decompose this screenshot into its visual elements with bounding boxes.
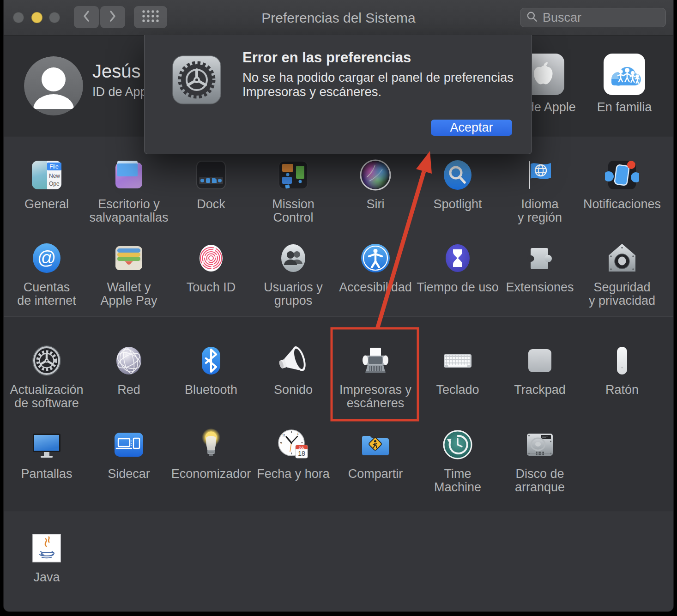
svg-text:@: @ — [37, 248, 56, 268]
svg-text:Ope: Ope — [49, 181, 60, 187]
pref-item-label: Teclado — [436, 383, 479, 397]
pref-item-label: Extensiones — [506, 281, 574, 294]
accept-button[interactable]: Aceptar — [431, 120, 512, 136]
pref-item-label: Sonido — [274, 383, 313, 397]
pref-item-label: Bluetooth — [185, 383, 237, 397]
pref-item-extensions[interactable]: Extensiones — [499, 241, 581, 308]
pref-item-network[interactable]: Red — [88, 344, 170, 410]
pref-item-label: Accesibilidad — [339, 281, 412, 294]
prefs-grid-section-2: Actualización de softwareRedBluetoothSon… — [4, 316, 673, 512]
desktop-screensaver-icon — [112, 158, 146, 192]
pref-item-accessibility[interactable]: Accesibilidad — [334, 241, 417, 308]
svg-text:1: 1 — [297, 432, 299, 435]
pref-item-language-region[interactable]: Idioma y región — [499, 158, 581, 224]
pref-item-date-time[interactable]: 1119JUL18Fecha y hora — [252, 428, 334, 494]
search-input[interactable] — [542, 10, 660, 25]
pref-item-energy-saver[interactable]: Economizador — [170, 428, 252, 494]
pref-item-sound[interactable]: Sonido — [252, 344, 334, 410]
search-icon — [526, 11, 538, 24]
chevron-left-icon — [81, 9, 91, 25]
pref-item-label: Notificaciones — [583, 198, 661, 211]
pref-row: FileNewOpeGeneralEscritorio y salvapanta… — [6, 158, 663, 224]
language-region-icon — [523, 158, 557, 192]
pref-item-sharing[interactable]: Compartir — [334, 428, 417, 494]
svg-text:11: 11 — [282, 434, 285, 437]
chevron-right-icon — [108, 9, 118, 25]
pref-item-mouse[interactable]: Ratón — [581, 344, 663, 410]
pref-item-general[interactable]: FileNewOpeGeneral — [6, 158, 88, 224]
pref-item-label: Wallet y Apple Pay — [100, 281, 157, 308]
pref-item-label: Compartir — [348, 467, 403, 481]
show-all-button[interactable] — [134, 6, 167, 28]
pref-item-printers-scanners[interactable]: Impresoras y escáneres — [334, 344, 417, 410]
pref-item-screen-time[interactable]: Tiempo de uso — [417, 241, 499, 308]
pref-item-mission-control[interactable]: Mission Control — [252, 158, 334, 224]
minimize-button[interactable] — [31, 12, 42, 23]
avatar[interactable] — [24, 56, 83, 115]
sound-icon — [276, 344, 310, 378]
pref-item-label: Usuarios y grupos — [264, 281, 323, 308]
forward-button[interactable] — [100, 6, 125, 28]
pref-item-bluetooth[interactable]: Bluetooth — [170, 344, 252, 410]
pref-item-label: Time Machine — [434, 467, 481, 494]
mission-control-icon — [276, 158, 310, 192]
date-time-icon: 1119JUL18 — [276, 428, 310, 462]
pref-item-label: Cuentas de internet — [17, 281, 76, 308]
pref-item-notifications[interactable]: Notificaciones — [581, 158, 663, 224]
printers-scanners-icon — [358, 344, 393, 378]
zoom-button[interactable] — [49, 12, 60, 23]
pref-item-time-machine[interactable]: Time Machine — [417, 428, 499, 494]
pref-row: @Cuentas de internetWallet y Apple PayTo… — [6, 241, 663, 308]
close-button[interactable] — [13, 12, 24, 23]
search-field[interactable] — [520, 8, 666, 27]
pref-item-displays[interactable]: Pantallas — [6, 428, 88, 494]
pref-item-wallet-apple-pay[interactable]: Wallet y Apple Pay — [88, 241, 170, 308]
pref-item-users-groups[interactable]: Usuarios y grupos — [252, 241, 334, 308]
pref-item-internet-accounts[interactable]: @Cuentas de internet — [6, 241, 88, 308]
pref-item-security-privacy[interactable]: Seguridad y privacidad — [581, 241, 663, 308]
pref-item-label: Siri — [367, 198, 385, 211]
keyboard-icon — [441, 344, 475, 378]
pref-item-dock[interactable]: Dock — [170, 158, 252, 224]
system-preferences-gear-icon — [171, 54, 222, 105]
pref-item-label: Impresoras y escáneres — [339, 383, 411, 410]
pref-item-label: Dock — [197, 198, 225, 211]
dialog-title: Error en las preferencias — [242, 50, 411, 66]
pref-item-keyboard[interactable]: Teclado — [417, 344, 499, 410]
svg-text:JUL: JUL — [299, 446, 304, 449]
pref-item-trackpad[interactable]: Trackpad — [499, 344, 581, 410]
shortcut-family-sharing[interactable]: En familia — [590, 53, 659, 115]
pref-item-sidecar[interactable]: Sidecar — [88, 428, 170, 494]
pref-item-label: Ratón — [605, 383, 639, 397]
pref-row: Actualización de softwareRedBluetoothSon… — [6, 344, 663, 410]
pref-item-label: Actualización de software — [10, 383, 83, 410]
bluetooth-icon — [194, 344, 228, 378]
trackpad-icon — [523, 344, 557, 378]
notifications-icon — [605, 158, 639, 192]
pref-item-siri[interactable]: Siri — [334, 158, 417, 224]
pref-item-startup-disk[interactable]: Disco de arranque — [499, 428, 581, 494]
pref-item-desktop-screensaver[interactable]: Escritorio y salvapantallas — [88, 158, 170, 224]
back-button[interactable] — [74, 6, 99, 28]
pref-item-label: General — [24, 198, 69, 211]
internet-accounts-icon: @ — [30, 241, 64, 275]
energy-saver-icon — [194, 428, 228, 462]
pref-item-label: Sidecar — [108, 467, 150, 481]
pref-item-label: Escritorio y salvapantallas — [89, 198, 168, 224]
pref-item-java[interactable]: Java — [6, 531, 88, 584]
pref-item-label: Disco de arranque — [515, 467, 565, 494]
pref-item-label: Tiempo de uso — [417, 281, 499, 294]
pref-item-label: Mission Control — [272, 198, 314, 224]
pref-item-software-update[interactable]: Actualización de software — [6, 344, 88, 410]
displays-icon — [30, 428, 64, 462]
pref-item-label: Idioma y región — [518, 198, 562, 224]
svg-text:File: File — [49, 163, 59, 170]
pref-item-label: Pantallas — [21, 467, 72, 481]
pref-item-label: Java — [33, 571, 60, 584]
pref-item-spotlight[interactable]: Spotlight — [417, 158, 499, 224]
pref-item-label: Fecha y hora — [257, 467, 330, 481]
pref-item-touch-id[interactable]: Touch ID — [170, 241, 252, 308]
pref-row: PantallasSidecarEconomizador1119JUL18Fec… — [6, 428, 581, 494]
dock-icon — [194, 158, 228, 192]
dialog-message: No se ha podido cargar el panel de prefe… — [242, 70, 514, 99]
